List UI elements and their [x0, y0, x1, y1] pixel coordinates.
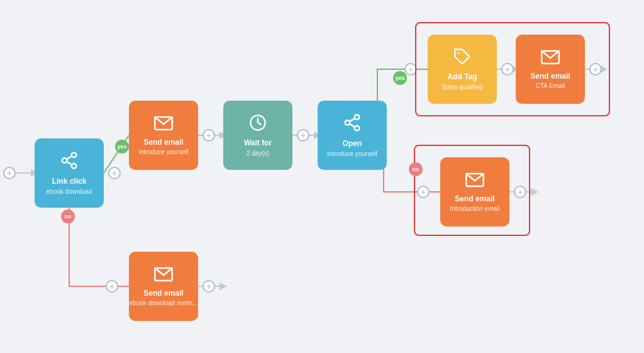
send-email-cta-icon: [541, 49, 560, 69]
badge-yes-main: yes: [115, 140, 129, 154]
workflow-canvas: + Link click ebook download + yes no Sen…: [0, 0, 644, 353]
add-tag-icon: [453, 48, 471, 70]
badge-no-bottom: no: [61, 210, 75, 223]
open-icon: [343, 113, 362, 137]
node-wait-for[interactable]: Wait for 2 day(s): [223, 101, 292, 170]
node-send-email-intro-subtitle: Introduction email: [450, 205, 500, 212]
node-add-tag-title: Add Tag: [447, 72, 477, 82]
plus-button-start[interactable]: +: [3, 167, 16, 179]
node-send-email-intro[interactable]: Send email Introduction email: [440, 157, 509, 227]
send-email-ebook-icon: [154, 266, 173, 286]
node-send-email-1-title: Send email: [143, 138, 183, 148]
plus-button-before-add-tag[interactable]: +: [404, 63, 417, 76]
node-add-tag-subtitle: Sales qualified: [441, 84, 482, 91]
plus-button-after-cta[interactable]: +: [589, 63, 602, 76]
badge-yes-top: yes: [393, 71, 407, 85]
node-add-tag[interactable]: Add Tag Sales qualified: [428, 35, 497, 104]
plus-button-after-ebook[interactable]: +: [203, 280, 215, 293]
svg-line-18: [350, 118, 355, 121]
send-email-intro-icon: [465, 172, 484, 192]
plus-button-before-intro[interactable]: +: [417, 186, 430, 198]
svg-line-11: [67, 156, 72, 159]
node-send-email-ebook-subtitle: ebook download remin...: [130, 300, 198, 306]
node-send-email-cta[interactable]: Send email CTA Email: [516, 35, 585, 104]
node-link-click[interactable]: Link click ebook download: [35, 138, 104, 208]
node-open-title: Open: [343, 139, 362, 149]
svg-line-10: [67, 162, 72, 165]
plus-button-between-tag-cta[interactable]: +: [501, 63, 514, 76]
node-open[interactable]: Open Introduce yourself: [318, 101, 387, 170]
svg-line-17: [350, 124, 355, 127]
wait-for-icon: [249, 114, 267, 136]
node-open-subtitle: Introduce yourself: [327, 150, 377, 157]
node-wait-for-title: Wait for: [244, 138, 272, 148]
node-send-email-intro-title: Send email: [455, 194, 494, 205]
node-wait-for-subtitle: 2 day(s): [247, 150, 269, 157]
node-send-email-1-subtitle: Introduce yourself: [138, 148, 189, 155]
badge-no-mid: no: [409, 162, 423, 176]
node-send-email-1[interactable]: Send email Introduce yourself: [129, 101, 198, 170]
node-link-click-subtitle: ebook download: [47, 188, 92, 195]
node-send-email-cta-subtitle: CTA Email: [536, 82, 565, 89]
link-click-icon: [60, 151, 79, 174]
send-email-1-icon: [154, 115, 173, 135]
plus-button-after-link-click[interactable]: +: [108, 167, 121, 179]
plus-button-after-intro[interactable]: +: [514, 186, 526, 198]
plus-button-after-wait[interactable]: +: [297, 129, 309, 142]
node-send-email-ebook-title: Send email: [143, 289, 183, 299]
plus-button-before-ebook[interactable]: +: [106, 280, 118, 293]
node-send-email-cta-title: Send email: [530, 72, 570, 82]
node-link-click-title: Link click: [52, 177, 87, 187]
plus-button-after-send1[interactable]: +: [203, 129, 215, 142]
node-send-email-ebook[interactable]: Send email ebook download remin...: [129, 252, 198, 321]
